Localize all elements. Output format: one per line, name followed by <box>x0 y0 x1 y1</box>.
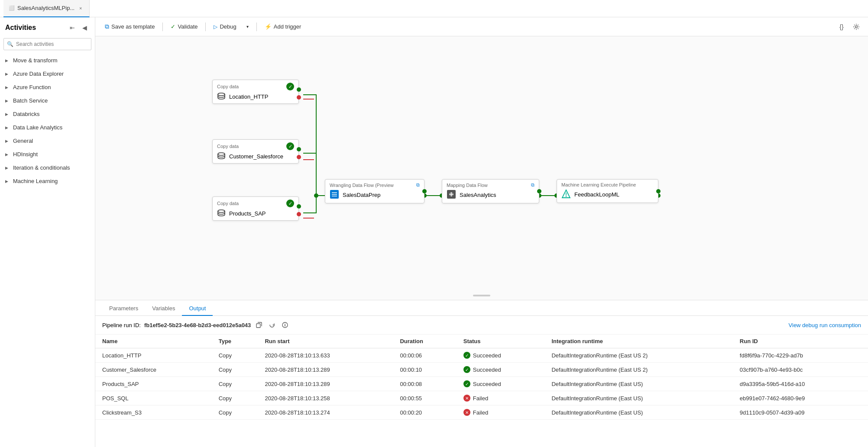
table-row[interactable]: Clickstream_S3 Copy 2020-08-28T18:10:13.… <box>95 405 868 420</box>
add-trigger-button[interactable]: ⚡ Add trigger <box>260 21 306 33</box>
col-header-run-id: Run ID <box>733 334 868 348</box>
success-badge: ✓ <box>286 199 294 207</box>
sidebar-item-label: Databricks <box>13 111 39 117</box>
table-row[interactable]: Products_SAP Copy 2020-08-28T18:10:13.28… <box>95 377 868 391</box>
pin-icon[interactable]: ◀ <box>79 23 90 33</box>
external-link-icon[interactable]: ⧉ <box>416 182 420 188</box>
ml-execute-pipeline-node[interactable]: Machine Learning Execute Pipeline Feedba… <box>557 179 658 203</box>
cell-duration: 00:00:06 <box>393 348 456 363</box>
ml-icon <box>561 189 571 200</box>
mapping-data-flow-node[interactable]: Mapping Data Flow ⧉ SalesAnalytics <box>442 179 539 203</box>
sidebar-item-databricks[interactable]: ▶ Databricks <box>0 107 95 121</box>
cell-type: Copy <box>212 348 258 363</box>
copy-node-customer-salesforce[interactable]: Copy data ✓ Customer_Salesforce <box>212 139 299 164</box>
resize-handle[interactable] <box>473 295 490 296</box>
output-table: Name Type Run start Duration Status Inte… <box>95 334 868 447</box>
cell-name: Clickstream_S3 <box>95 405 212 420</box>
settings-button[interactable] <box>850 21 863 33</box>
collapse-icon[interactable]: ⇤ <box>67 23 78 33</box>
validate-button[interactable]: ✓ Validate <box>166 21 202 33</box>
success-port <box>656 189 661 193</box>
chevron-icon: ▶ <box>5 112 10 116</box>
svg-point-0 <box>855 26 858 28</box>
external-link-icon[interactable]: ⧉ <box>531 182 534 188</box>
sidebar-item-azure-data-explorer[interactable]: ▶ Azure Data Explorer <box>0 67 95 80</box>
cell-duration: 00:00:55 <box>393 391 456 405</box>
cell-status: ✓Succeeded <box>457 363 545 377</box>
sidebar-item-data-lake-analytics[interactable]: ▶ Data Lake Analytics <box>0 121 95 134</box>
sidebar-header-icons: ⇤ ◀ <box>67 23 90 33</box>
cell-status: ✓Succeeded <box>457 377 545 391</box>
info-button[interactable] <box>280 320 290 330</box>
sidebar-item-label: Data Lake Analytics <box>13 124 62 131</box>
refresh-button[interactable] <box>267 320 277 330</box>
svg-point-12 <box>218 210 225 212</box>
tab-parameters[interactable]: Parameters <box>102 302 145 316</box>
tab-title: SalesAnalyticsMLPip... <box>17 5 74 11</box>
col-header-run-start: Run start <box>258 334 393 348</box>
debug-icon: ▷ <box>214 24 217 30</box>
save-as-template-button[interactable]: ⧉ Save as template <box>100 21 159 33</box>
toolbar: ⧉ Save as template ✓ Validate ▷ Debug ▾ … <box>95 17 868 36</box>
cell-run-id: 9d1110c9-0507-4d39-a09 <box>733 405 868 420</box>
table-row[interactable]: Customer_Salesforce Copy 2020-08-28T18:1… <box>95 363 868 377</box>
pipeline-run-id[interactable]: fb1ef5e2-5b23-4e68-b2d3-eed012e5a043 <box>144 322 251 328</box>
cell-run-start: 2020-08-28T18:10:13.258 <box>258 391 393 405</box>
chevron-icon: ▶ <box>5 139 10 143</box>
code-view-button[interactable]: {} <box>835 21 848 33</box>
fail-port <box>297 212 301 216</box>
sidebar-item-hdinsight[interactable]: ▶ HDInsight <box>0 148 95 161</box>
cell-status: ✕Failed <box>457 391 545 405</box>
copy-icon <box>256 322 262 328</box>
col-header-name: Name <box>95 334 212 348</box>
sidebar-item-batch-service[interactable]: ▶ Batch Service <box>0 94 95 107</box>
cell-duration: 00:00:08 <box>393 377 456 391</box>
svg-rect-22 <box>256 324 260 328</box>
output-panel: Parameters Variables Output Pipeline run… <box>95 300 868 447</box>
copy-id-button[interactable] <box>254 320 264 330</box>
copy-node-products-sap[interactable]: Copy data ✓ Products_SAP <box>212 196 299 221</box>
cell-type: Copy <box>212 363 258 377</box>
col-header-status: Status <box>457 334 545 348</box>
search-box: 🔍 <box>3 38 91 50</box>
svg-point-21 <box>566 196 567 197</box>
sidebar-item-machine-learning[interactable]: ▶ Machine Learning <box>0 174 95 188</box>
sidebar-item-label: Batch Service <box>13 97 48 104</box>
cell-run-id: 03cf907b-a760-4e93-b0c <box>733 363 868 377</box>
sidebar-item-general[interactable]: ▶ General <box>0 134 95 148</box>
toolbar-separator-2 <box>205 23 206 31</box>
cell-run-start: 2020-08-28T18:10:13.274 <box>258 405 393 420</box>
content-area: ⧉ Save as template ✓ Validate ▷ Debug ▾ … <box>95 17 868 447</box>
chevron-icon: ▶ <box>5 58 10 63</box>
active-tab[interactable]: ⬜ SalesAnalyticsMLPip... × <box>3 0 90 17</box>
node-type-label: Wrangling Data Flow (Preview <box>330 183 394 188</box>
wrangling-data-flow-node[interactable]: Wrangling Data Flow (Preview ⧉ <box>325 179 424 203</box>
toolbar-separator-3 <box>256 23 257 31</box>
copy-node-location-http[interactable]: Copy data ✓ Location_HTTP <box>212 80 299 104</box>
fail-port <box>297 95 301 100</box>
debug-dropdown-button[interactable]: ▾ <box>243 21 253 33</box>
tab-close-button[interactable]: × <box>77 5 84 12</box>
tab-output[interactable]: Output <box>182 302 213 316</box>
sidebar-item-move-transform[interactable]: ▶ Move & transform <box>0 54 95 67</box>
cell-integration-runtime: DefaultIntegrationRuntime (East US) <box>544 391 732 405</box>
chevron-icon: ▶ <box>5 72 10 76</box>
cell-name: Location_HTTP <box>95 348 212 363</box>
sidebar-item-iteration-conditionals[interactable]: ▶ Iteration & conditionals <box>0 161 95 174</box>
table-row[interactable]: POS_SQL Copy 2020-08-28T18:10:13.258 00:… <box>95 391 868 405</box>
svg-point-10 <box>218 93 225 96</box>
view-debug-link[interactable]: View debug run consumption <box>789 322 861 328</box>
tab-variables[interactable]: Variables <box>145 302 182 316</box>
tab-icon: ⬜ <box>9 5 15 11</box>
node-label: Customer_Salesforce <box>229 153 283 160</box>
sidebar-item-label: Iteration & conditionals <box>13 164 70 171</box>
pipeline-run-info: Pipeline run ID: fb1ef5e2-5b23-4e68-b2d3… <box>95 316 868 334</box>
table-header-row: Name Type Run start Duration Status Inte… <box>95 334 868 348</box>
table-row[interactable]: Location_HTTP Copy 2020-08-28T18:10:13.6… <box>95 348 868 363</box>
col-header-integration-runtime: Integration runtime <box>544 334 732 348</box>
debug-button[interactable]: ▷ Debug <box>209 21 240 33</box>
success-port <box>537 189 541 193</box>
search-input[interactable] <box>3 38 91 50</box>
cell-type: Copy <box>212 405 258 420</box>
sidebar-item-azure-function[interactable]: ▶ Azure Function <box>0 80 95 94</box>
